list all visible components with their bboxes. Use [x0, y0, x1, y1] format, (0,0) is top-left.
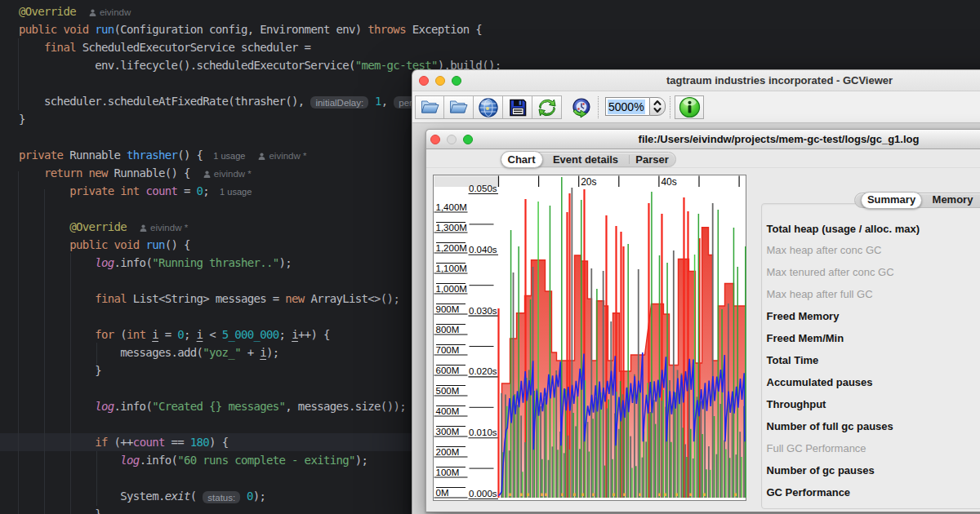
- event-marker: [541, 494, 543, 497]
- memory-tick-label: 700M: [435, 345, 459, 355]
- log-window-titlebar[interactable]: file:/Users/eivindw/projects/mem-gc-test…: [426, 130, 980, 149]
- pause-tick-label: 0.000s: [469, 489, 497, 498]
- tab-label-chart[interactable]: Chart: [501, 153, 543, 166]
- refresh-button[interactable]: [532, 95, 562, 119]
- event-marker: [703, 494, 706, 497]
- pause-tick-label: 0.040s: [469, 245, 497, 255]
- summary-item: Max heap after full GC: [767, 283, 980, 305]
- export-button[interactable]: [503, 95, 532, 119]
- event-marker: [520, 494, 523, 497]
- summary-item: GC Performance: [767, 481, 980, 503]
- gc-chart[interactable]: 20s40s0M100M200M300M400M500M600M700M800M…: [433, 175, 746, 501]
- refresh-icon: [537, 97, 558, 118]
- zoom-combo: 5000%: [605, 97, 666, 116]
- desktop: {"meta":{"app":"macOS desktop with Intel…: [0, 0, 980, 514]
- toolbar-separator: [598, 96, 599, 118]
- summary-item: Max heap after conc GC: [767, 239, 980, 261]
- watch-button[interactable]: [569, 95, 594, 119]
- summary-item: Throughput: [767, 393, 980, 415]
- add-file-button[interactable]: [444, 95, 474, 119]
- parameter-hint: status:: [203, 491, 240, 503]
- pause-tick-label: 0.010s: [469, 428, 497, 437]
- tab-label-parser[interactable]: Parser: [629, 153, 676, 166]
- zoom-stepper[interactable]: [649, 97, 666, 116]
- event-marker: [612, 494, 615, 497]
- toolbar: 5000%: [412, 91, 980, 123]
- summary-item: Total heap (usage / alloc. max): [767, 218, 980, 240]
- memory-tick-label: 500M: [435, 386, 459, 396]
- author-annotation: eivindw: [89, 7, 131, 17]
- parameter-hint: initialDelay:: [310, 96, 368, 109]
- event-marker: [689, 494, 692, 497]
- usage-inlay: 1 usage: [220, 187, 252, 197]
- about-icon: [679, 96, 701, 118]
- summary-item: Max tenured after conc GC: [767, 261, 980, 283]
- toolbar-separator: [670, 96, 670, 118]
- usage-inlay: 1 usage: [213, 151, 245, 161]
- memory-tick-label: 0M: [435, 488, 448, 498]
- author-annotation: eivindw *: [258, 151, 306, 161]
- event-marker: [675, 494, 678, 497]
- summary-item: Freed Memory: [767, 305, 980, 327]
- stepper-arrows-icon: [653, 100, 662, 113]
- event-marker: [592, 494, 595, 497]
- event-marker: [658, 494, 661, 497]
- event-marker: [581, 494, 584, 497]
- details-panel: Total heap (usage / alloc. max)Max heap …: [761, 203, 980, 509]
- pause-tick-label: 0.020s: [469, 366, 497, 376]
- summary-item: Number of gc pauses: [767, 459, 980, 481]
- pause-tick-label: 0.050s: [469, 184, 497, 193]
- event-marker: [734, 494, 737, 497]
- watch-icon: [571, 97, 592, 118]
- memory-tick-label: 200M: [435, 447, 459, 457]
- summary-item: Full GC Performance: [767, 437, 980, 459]
- memory-tick-label: 1,200M: [435, 243, 466, 253]
- add-file-icon: [448, 98, 469, 117]
- author-annotation: eivindw *: [203, 169, 252, 179]
- memory-tick-label: 600M: [435, 366, 459, 375]
- event-marker: [561, 494, 564, 497]
- memory-tick-label: 400M: [435, 406, 459, 416]
- log-window-content: ChartEvent detailsParser 20s40s0M100M200…: [426, 150, 980, 512]
- log-window-title: file:/Users/eivindw/projects/mem-gc-test…: [426, 133, 980, 145]
- event-marker: [509, 494, 511, 497]
- memory-tick-label: 800M: [435, 325, 459, 335]
- gcviewer-window: tagtraum industries incorporated - GCVie…: [412, 69, 980, 514]
- window-title: tagtraum industries incorporated - GCVie…: [412, 74, 980, 86]
- about-button[interactable]: [675, 95, 704, 119]
- event-marker: [545, 494, 547, 497]
- open-url-button[interactable]: [474, 95, 503, 119]
- x-tick-label: 20s: [581, 176, 596, 188]
- export-icon: [508, 98, 528, 117]
- zoom-input[interactable]: 5000%: [605, 97, 649, 116]
- open-file-icon: [420, 98, 440, 117]
- summary-item: Freed Mem/Min: [767, 327, 980, 349]
- memory-tick-label: 1,300M: [435, 223, 466, 233]
- x-tick-label: 40s: [661, 176, 676, 188]
- pause-tick-label: 0.030s: [469, 306, 497, 316]
- code-line: public void run(Configuration config, En…: [0, 20, 980, 38]
- memory-tick-label: 1,400M: [435, 202, 466, 212]
- event-marker: [527, 494, 529, 497]
- gcviewer-titlebar[interactable]: tagtraum industries incorporated - GCVie…: [412, 70, 980, 91]
- tab-label-memory[interactable]: Memory: [922, 193, 980, 206]
- code-line: final ScheduledExecutorService scheduler…: [0, 38, 980, 56]
- memory-tick-label: 100M: [435, 467, 459, 477]
- summary-item: Total Time: [767, 349, 980, 371]
- event-marker: [573, 494, 576, 497]
- memory-tick-label: 900M: [435, 304, 459, 314]
- tab-label-summary[interactable]: Summary: [861, 193, 922, 206]
- open-file-button[interactable]: [415, 95, 444, 119]
- memory-tick-label: 1,000M: [435, 284, 466, 294]
- event-marker: [664, 494, 666, 497]
- event-marker: [623, 494, 626, 497]
- summary-item: Number of full gc pauses: [767, 415, 980, 437]
- memory-tick-label: 300M: [435, 427, 459, 436]
- summary-item: Accumulated pauses: [767, 371, 980, 393]
- code-line: @Overrideeivindw: [0, 2, 980, 20]
- author-annotation: eivindw *: [140, 223, 188, 233]
- open-url-icon: [478, 97, 499, 118]
- tab-label-event-details[interactable]: Event details: [543, 153, 629, 166]
- event-marker: [639, 494, 641, 497]
- log-window: file:/Users/eivindw/projects/mem-gc-test…: [425, 129, 980, 512]
